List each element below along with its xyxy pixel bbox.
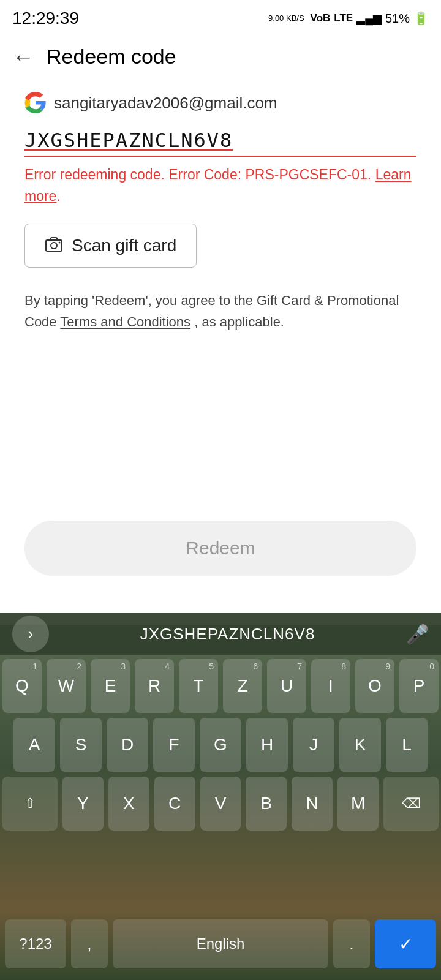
network-type: VoB xyxy=(311,12,331,24)
key-s[interactable]: S xyxy=(60,718,102,772)
key-m[interactable]: M xyxy=(337,777,379,831)
key-g[interactable]: G xyxy=(200,718,241,772)
svg-point-2 xyxy=(59,242,61,244)
chevron-right-icon: › xyxy=(28,625,33,643)
data-speed: 9.00 KB/S xyxy=(268,13,304,23)
key-w[interactable]: 2W xyxy=(47,659,86,713)
keyboard-bottom-row: ?123 , English . ✓ xyxy=(0,916,441,971)
key-n[interactable]: N xyxy=(292,777,333,831)
signal-icon: ▂▄▆ xyxy=(356,12,382,25)
key-t[interactable]: 5T xyxy=(179,659,218,713)
code-input-wrapper xyxy=(24,129,417,157)
status-time: 12:29:39 xyxy=(12,9,79,28)
microphone-icon[interactable]: 🎤 xyxy=(406,624,429,645)
period-key[interactable]: . xyxy=(333,919,370,968)
battery-text: 51% xyxy=(385,12,410,26)
keyboard-row-2: A S D F G H J K L xyxy=(2,718,439,772)
key-u[interactable]: 7U xyxy=(267,659,306,713)
key-y[interactable]: Y xyxy=(62,777,104,831)
back-button[interactable]: ← xyxy=(12,46,34,68)
suggestion-bar: › JXGSHEPAZNCLN6V8 🎤 xyxy=(0,612,441,655)
enter-key[interactable]: ✓ xyxy=(375,919,436,968)
redeem-button-wrapper: Redeem xyxy=(24,521,417,576)
scan-button-label: Scan gift card xyxy=(72,236,176,255)
key-e[interactable]: 3E xyxy=(91,659,130,713)
suggestion-word[interactable]: JXGSHEPAZNCLN6V8 xyxy=(140,625,315,644)
space-key[interactable]: English xyxy=(113,919,328,968)
key-d[interactable]: D xyxy=(107,718,148,772)
key-q[interactable]: 1Q xyxy=(2,659,42,713)
camera-icon xyxy=(45,235,63,256)
status-icons: 9.00 KB/S VoB LTE ▂▄▆ 51% 🔋 xyxy=(268,11,429,26)
key-p[interactable]: 0P xyxy=(399,659,439,713)
terms-text: By tapping 'Redeem', you agree to the Gi… xyxy=(24,290,417,333)
scan-gift-card-button[interactable]: Scan gift card xyxy=(24,224,197,268)
status-bar: 12:29:39 9.00 KB/S VoB LTE ▂▄▆ 51% 🔋 xyxy=(0,0,441,34)
key-z[interactable]: 6Z xyxy=(223,659,262,713)
backspace-key[interactable]: ⌫ xyxy=(383,777,439,831)
key-o[interactable]: 9O xyxy=(355,659,394,713)
numbers-key[interactable]: ?123 xyxy=(5,919,66,968)
key-h[interactable]: H xyxy=(246,718,288,772)
error-text: Error redeeming code. Error Code: PRS-PG… xyxy=(24,167,371,183)
key-j[interactable]: J xyxy=(293,718,334,772)
account-row: sangitaryadav2006@gmail.com xyxy=(24,92,417,114)
battery-icon: 🔋 xyxy=(413,11,429,26)
key-i[interactable]: 8I xyxy=(311,659,350,713)
svg-point-1 xyxy=(51,243,57,249)
page-title: Redeem code xyxy=(47,45,176,69)
shift-key[interactable]: ⇧ xyxy=(2,777,58,831)
terms-text-after: , as applicable. xyxy=(194,314,284,330)
keyboard-rows: 1Q 2W 3E 4R 5T 6Z 7U 8I 9O 0P A S D F G … xyxy=(0,655,441,913)
checkmark-icon: ✓ xyxy=(399,934,413,954)
account-email: sangitaryadav2006@gmail.com xyxy=(54,94,277,113)
keyboard-area: › JXGSHEPAZNCLN6V8 🎤 1Q 2W 3E 4R 5T 6Z 7… xyxy=(0,588,441,980)
key-k[interactable]: K xyxy=(339,718,381,772)
key-b[interactable]: B xyxy=(246,777,287,831)
google-logo xyxy=(24,92,47,114)
error-message: Error redeeming code. Error Code: PRS-PG… xyxy=(24,164,417,206)
keyboard-row-3: ⇧ Y X C V B N M ⌫ xyxy=(2,777,439,831)
key-l[interactable]: L xyxy=(386,718,428,772)
lte-icon: LTE xyxy=(334,12,353,24)
key-r[interactable]: 4R xyxy=(135,659,174,713)
suggestion-expand-button[interactable]: › xyxy=(12,616,49,652)
main-content: sangitaryadav2006@gmail.com Error redeem… xyxy=(0,80,441,345)
key-x[interactable]: X xyxy=(108,777,149,831)
key-v[interactable]: V xyxy=(200,777,241,831)
key-c[interactable]: C xyxy=(154,777,195,831)
comma-key[interactable]: , xyxy=(71,919,108,968)
code-input[interactable] xyxy=(24,129,417,152)
terms-link[interactable]: Terms and Conditions xyxy=(60,314,190,330)
key-a[interactable]: A xyxy=(13,718,55,772)
redeem-button[interactable]: Redeem xyxy=(24,521,417,576)
keyboard-row-1: 1Q 2W 3E 4R 5T 6Z 7U 8I 9O 0P xyxy=(2,659,439,713)
key-f[interactable]: F xyxy=(153,718,195,772)
header: ← Redeem code xyxy=(0,34,441,80)
